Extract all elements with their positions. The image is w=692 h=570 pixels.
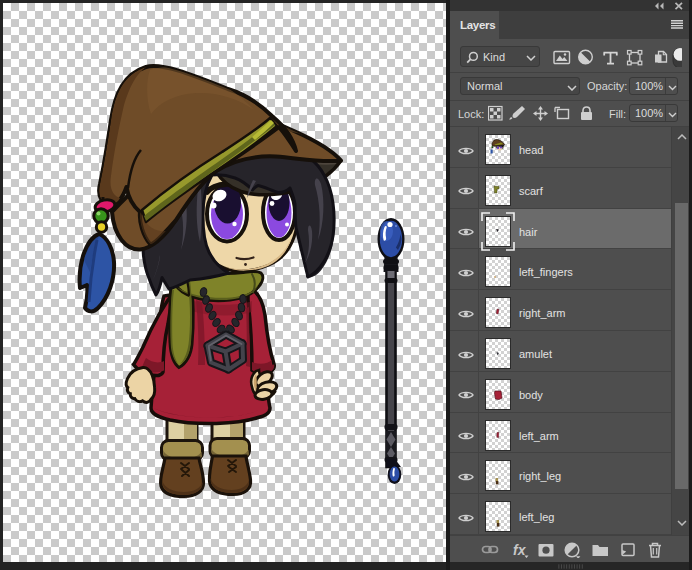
svg-text:fx: fx — [513, 542, 527, 558]
